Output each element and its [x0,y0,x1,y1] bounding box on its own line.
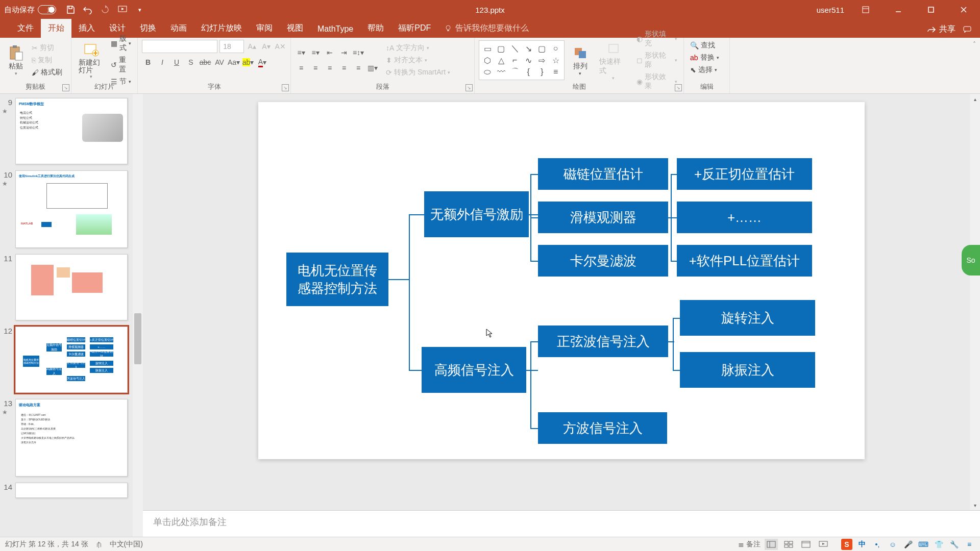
minimize-button[interactable] [887,2,910,17]
language-status[interactable]: 中文(中国) [110,540,143,549]
tab-home[interactable]: 开始 [41,19,71,38]
maximize-button[interactable] [920,2,942,17]
scroll-up-icon[interactable]: ▴ [970,94,980,104]
indent-right-button[interactable]: ⇥ [338,46,350,59]
shape-roundrect-icon[interactable]: ▢ [536,43,549,54]
shape-line-icon[interactable]: ＼ [508,43,521,54]
shape-arrow-icon[interactable]: ↘ [522,43,535,54]
paste-button[interactable]: 粘贴 ▾ [4,42,28,78]
diagram-c1[interactable]: 磁链位置估计 [538,158,668,190]
char-spacing-button[interactable]: AV [213,56,226,68]
diagram-c4[interactable]: 正弦波信号注入 [538,325,668,357]
shape-rarrow-icon[interactable]: ⇨ [536,55,549,65]
slide-counter[interactable]: 幻灯片 第 12 张，共 14 张 [5,540,88,549]
dialog-launcher-icon[interactable]: ↘ [62,84,69,91]
shape-callout-icon[interactable]: ⬭ [481,66,494,78]
format-painter-button[interactable]: 🖌格式刷 [30,67,64,78]
underline-button[interactable]: U [170,56,183,68]
shape-scribble-icon[interactable]: 〰 [495,66,508,78]
shape-tri-icon[interactable]: △ [495,55,508,65]
slideshow-start-icon[interactable] [117,5,128,15]
tab-foxitpdf[interactable]: 福昕PDF [391,19,438,38]
ime-menu-icon[interactable]: ≡ [964,539,975,550]
autosave-toggle[interactable]: 自动保存 关 [4,5,56,15]
indent-left-button[interactable]: ⇤ [324,46,336,59]
diagram-b2[interactable]: 高频信号注入 [422,347,526,393]
ime-icon[interactable]: S [841,539,852,550]
quickstyle-button[interactable]: 快速样式▾ [596,38,630,83]
notes-toggle[interactable]: ≣备注 [738,540,761,549]
shape-outline-button[interactable]: ◻形状轮廓▾ [634,50,679,70]
font-size-combo[interactable]: 18 [219,40,244,53]
find-button[interactable]: 🔍查找 [688,40,725,51]
clear-format-icon[interactable]: A✕ [274,40,286,53]
shape-text-icon[interactable]: ▢ [495,43,508,54]
change-case-button[interactable]: Aa▾ [228,56,240,68]
diagram-d2[interactable]: +…… [677,202,812,233]
notes-pane[interactable]: 单击此处添加备注 [143,510,980,537]
ime-lang-button[interactable]: 中 [856,539,868,550]
ime-skin-icon[interactable]: 👕 [933,539,944,550]
slide-canvas[interactable]: 电机无位置传感器控制方法 无额外信号激励 高频信号注入 磁链位置估计 滑模观测器… [258,102,865,459]
align-center-button[interactable]: ≡ [309,62,322,74]
shape-star-icon[interactable]: ☆ [549,55,562,65]
align-text-button[interactable]: ⬍对齐文本▾ [384,55,452,66]
tab-help[interactable]: 帮助 [360,19,391,38]
italic-button[interactable]: I [156,56,168,68]
dialog-launcher-icon[interactable]: ↘ [465,84,473,91]
diagram-c2[interactable]: 滑模观测器 [538,202,668,233]
save-icon[interactable] [65,5,76,15]
slideshow-view-button[interactable] [817,539,830,550]
shape-brace-r-icon[interactable]: } [536,66,549,78]
shapes-more-icon[interactable]: ≡ [549,66,562,78]
diagram-c5[interactable]: 方波信号注入 [538,412,667,444]
diagram-root[interactable]: 电机无位置传感器控制方法 [286,253,388,306]
canvas-scrollbar[interactable]: ▴ ▾ [970,94,980,510]
diagram-b1[interactable]: 无额外信号激励 [424,191,529,237]
comments-icon[interactable] [963,26,972,34]
diagram-d1[interactable]: +反正切位置估计 [677,158,812,190]
close-button[interactable] [952,2,975,17]
line-spacing-button[interactable]: ≡↕▾ [352,46,364,59]
replace-button[interactable]: ab替换▾ [688,52,725,63]
diagram-c3[interactable]: 卡尔曼滤波 [538,245,668,277]
diagram-d5[interactable]: 脉振注入 [680,352,815,388]
slide-thumb-12[interactable]: 12 电机无位置传感器控制方法 无额外信号激励 高频信号注入 磁链位置估计 滑模… [2,327,138,393]
reading-view-button[interactable] [799,539,813,550]
layout-button[interactable]: ▦版式▾ [109,33,133,54]
ime-punct-icon[interactable]: •, [872,539,883,550]
align-left-button[interactable]: ≡ [295,62,307,74]
numbering-button[interactable]: ≡▾ [309,46,322,59]
copy-button[interactable]: ⎘复制 [30,55,64,66]
ime-keyboard-icon[interactable]: ⌨ [918,539,929,550]
spellcheck-icon[interactable]: ⫛ [95,540,103,548]
increase-font-icon[interactable]: A▴ [246,40,258,53]
tab-slideshow[interactable]: 幻灯片放映 [194,19,249,38]
shape-brace-l-icon[interactable]: { [522,66,535,78]
tell-me-search[interactable]: 告诉我你想要做什么 [438,19,535,38]
bold-button[interactable]: B [142,56,154,68]
dialog-launcher-icon[interactable]: ↘ [282,84,289,91]
tab-transitions[interactable]: 切换 [133,19,163,38]
shape-fill-button[interactable]: ◐形状填充▾ [634,29,679,49]
shapes-gallery[interactable]: ▭ ▢ ＼ ↘ ▢ ○ ⬡ △ ⌐ ∿ ⇨ ☆ ⬭ 〰 ⌒ { } ≡ [479,40,565,80]
slide-thumb-11[interactable]: 11 [2,254,138,320]
sorter-view-button[interactable] [782,539,795,550]
bullets-button[interactable]: ≡▾ [295,46,307,59]
diagram-d4[interactable]: 旋转注入 [680,300,815,336]
align-right-button[interactable]: ≡ [324,62,336,74]
tab-animations[interactable]: 动画 [163,19,194,38]
tab-file[interactable]: 文件 [10,19,41,38]
tab-mathtype[interactable]: MathType [310,20,360,38]
slide-thumb-14[interactable]: 14 [2,483,138,498]
redo-icon[interactable] [100,5,110,15]
tab-insert[interactable]: 插入 [71,19,102,38]
slide-thumb-10[interactable]: 10★ 使用Simulink工具进行算法仿真代码生成 MATLAB [2,170,138,248]
scroll-down-icon[interactable]: ▾ [970,500,980,510]
floating-assist-button[interactable]: So [962,245,980,276]
cut-button[interactable]: ✂剪切 [30,42,64,54]
justify-button[interactable]: ≡ [338,62,350,74]
distribute-button[interactable]: ≡ [352,62,364,74]
shape-oval-icon[interactable]: ○ [549,43,562,54]
slide-thumb-13[interactable]: 13★ 驱动电路方案 通信：串口UART uart显示：SPI驱动OLED驱动存… [2,399,138,477]
